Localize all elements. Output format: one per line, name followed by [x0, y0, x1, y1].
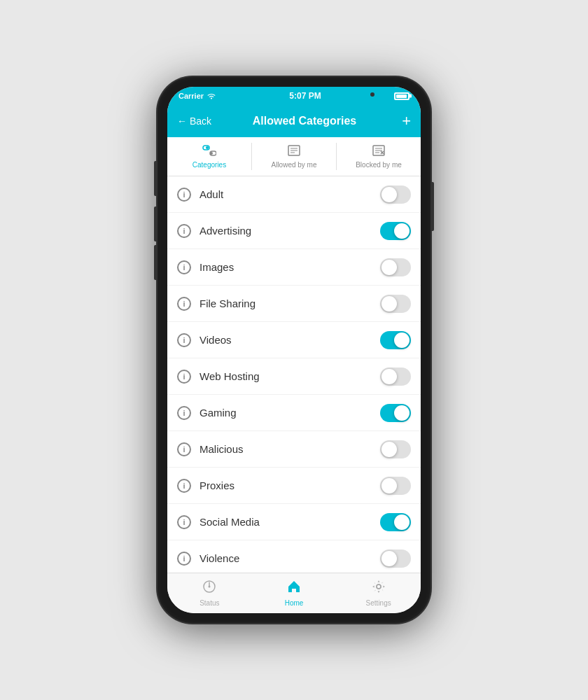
category-label: Proxies — [200, 479, 380, 491]
battery-icon — [394, 92, 410, 100]
category-list: iAdultiAdvertisingiImagesiFile SharingiV… — [167, 176, 421, 573]
list-item: iSocial Media — [167, 504, 421, 540]
info-icon[interactable]: i — [177, 188, 191, 202]
nav-title: Allowed Categories — [219, 115, 390, 127]
info-icon[interactable]: i — [177, 370, 191, 384]
list-item: iViolence — [167, 540, 421, 573]
category-label: Adult — [200, 188, 380, 200]
category-toggle[interactable] — [380, 222, 411, 240]
info-icon[interactable]: i — [177, 479, 191, 493]
back-button[interactable]: ← Back — [177, 115, 219, 127]
svg-point-19 — [377, 584, 381, 589]
top-tab-bar: Categories Allowed by me — [167, 137, 421, 176]
status-icon — [202, 580, 216, 597]
tab-home[interactable]: Home — [252, 573, 337, 613]
toggle-knob — [394, 223, 410, 239]
category-label: Social Media — [200, 516, 380, 528]
info-icon[interactable]: i — [177, 224, 191, 238]
tab-settings[interactable]: Settings — [336, 573, 421, 613]
toggle-knob — [382, 296, 397, 312]
home-icon — [287, 580, 301, 597]
list-item: iVideos — [167, 322, 421, 358]
category-toggle[interactable] — [380, 477, 411, 495]
settings-icon — [372, 580, 386, 597]
tab-home-label: Home — [285, 599, 304, 607]
tab-settings-label: Settings — [366, 599, 391, 607]
svg-point-17 — [209, 586, 211, 588]
toggle-knob — [394, 405, 410, 421]
category-toggle[interactable] — [380, 368, 411, 386]
info-icon[interactable]: i — [177, 552, 191, 566]
info-icon[interactable]: i — [177, 442, 191, 456]
status-bar: Carrier 5:07 PM — [167, 87, 421, 105]
tab-blocked-label: Blocked by me — [356, 161, 402, 169]
category-label: Advertising — [200, 225, 380, 237]
blocked-icon — [372, 145, 385, 159]
status-time: 5:07 PM — [289, 91, 321, 101]
toggle-knob — [382, 478, 397, 493]
battery-fill — [396, 94, 407, 98]
phone-frame: Carrier 5:07 PM ← Back Allowed Categorie… — [158, 77, 430, 623]
category-toggle[interactable] — [380, 258, 411, 276]
list-item: iGaming — [167, 395, 421, 431]
tab-status-label: Status — [200, 599, 219, 607]
category-toggle[interactable] — [380, 513, 411, 531]
phone-screen: Carrier 5:07 PM ← Back Allowed Categorie… — [167, 87, 421, 613]
info-icon[interactable]: i — [177, 406, 191, 420]
category-toggle[interactable] — [380, 440, 411, 458]
tab-categories-label: Categories — [192, 161, 226, 169]
camera-dot — [370, 92, 374, 97]
category-label: Malicious — [200, 443, 380, 455]
list-item: iWeb Hosting — [167, 358, 421, 395]
toggle-knob — [394, 332, 410, 348]
list-item: iMalicious — [167, 431, 421, 468]
category-label: Violence — [200, 552, 380, 564]
tab-status[interactable]: Status — [167, 573, 252, 613]
nav-bar: ← Back Allowed Categories + — [167, 105, 421, 137]
toggle-knob — [382, 187, 397, 202]
battery-indicator — [394, 92, 410, 100]
wifi-icon — [206, 92, 216, 99]
categories-icon — [202, 145, 216, 159]
tab-allowed-label: Allowed by me — [271, 161, 316, 169]
category-label: Videos — [200, 334, 380, 346]
toggle-knob — [382, 369, 397, 384]
list-item: iFile Sharing — [167, 286, 421, 322]
tab-blocked[interactable]: Blocked by me — [337, 137, 421, 176]
category-toggle[interactable] — [380, 295, 411, 313]
info-icon[interactable]: i — [177, 297, 191, 311]
info-icon[interactable]: i — [177, 515, 191, 529]
toggle-knob — [382, 260, 397, 275]
carrier-text: Carrier — [178, 92, 216, 100]
toggle-knob — [382, 551, 397, 566]
svg-point-0 — [211, 97, 212, 99]
tab-categories[interactable]: Categories — [167, 137, 251, 176]
category-label: File Sharing — [200, 298, 380, 309]
category-label: Images — [200, 261, 380, 273]
add-button[interactable]: + — [390, 112, 411, 130]
list-item: iProxies — [167, 468, 421, 504]
svg-point-4 — [210, 152, 213, 155]
list-item: iImages — [167, 249, 421, 286]
toggle-knob — [394, 514, 410, 530]
category-toggle[interactable] — [380, 331, 411, 349]
info-icon[interactable]: i — [177, 260, 191, 274]
bottom-tab-bar: Status Home — [167, 573, 421, 613]
category-toggle[interactable] — [380, 550, 411, 568]
info-icon[interactable]: i — [177, 333, 191, 347]
list-item: iAdvertising — [167, 213, 421, 249]
allowed-icon — [288, 145, 300, 159]
category-toggle[interactable] — [380, 186, 411, 204]
tab-allowed[interactable]: Allowed by me — [252, 137, 336, 176]
category-toggle[interactable] — [380, 404, 411, 422]
list-item: iAdult — [167, 176, 421, 213]
toggle-knob — [382, 442, 397, 457]
category-label: Web Hosting — [200, 370, 380, 382]
category-label: Gaming — [200, 407, 380, 419]
svg-point-2 — [206, 146, 209, 149]
